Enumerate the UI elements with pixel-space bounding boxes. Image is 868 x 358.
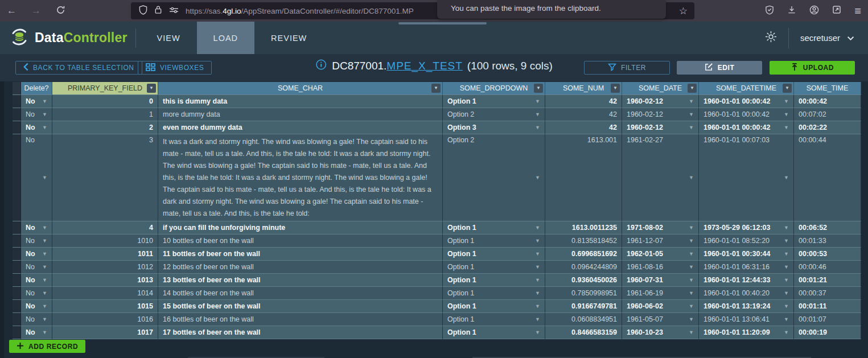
num-cell[interactable]: 1613.001 <box>545 134 622 221</box>
datetime-select[interactable]: 1960-01-01 06:31:16▼ <box>699 261 794 274</box>
delete-select[interactable]: No▼ <box>21 300 52 313</box>
delete-select[interactable]: No▼ <box>21 326 52 339</box>
delete-select[interactable]: No▼ <box>21 248 52 261</box>
info-icon[interactable] <box>315 59 326 72</box>
column-filter-icon[interactable]: ▼ <box>783 84 792 93</box>
dropdown-select[interactable]: Option 2▼ <box>443 108 545 121</box>
menu-hamburger-icon[interactable]: ≡ <box>854 5 861 18</box>
permissions-icon[interactable] <box>169 6 179 16</box>
protections-shield-icon[interactable] <box>765 5 774 17</box>
datetime-select[interactable]: 1960-01-01 00:00:42▼ <box>699 95 794 108</box>
delete-select[interactable]: No▼ <box>21 274 52 287</box>
tab-review[interactable]: REVIEW <box>254 22 323 54</box>
column-filter-icon[interactable]: ▼ <box>611 84 620 93</box>
datetime-select[interactable]: 1960-01-01 12:44:33▼ <box>699 274 794 287</box>
time-cell[interactable]: 00:00:37 <box>794 287 861 300</box>
num-cell[interactable]: 0.8135818452 <box>545 234 622 248</box>
dropdown-select[interactable]: Option 1▼ <box>443 287 545 300</box>
num-cell[interactable]: 0.0964244809 <box>545 261 622 274</box>
lock-icon[interactable] <box>154 5 162 17</box>
date-select[interactable]: 1960-07-31▼ <box>622 274 699 287</box>
column-header-some-num[interactable]: SOME_NUM▼ <box>545 82 622 95</box>
num-cell[interactable]: 0.6996851692 <box>545 248 622 261</box>
num-cell[interactable]: 0.9360450026 <box>545 274 622 287</box>
column-header-some-time[interactable]: SOME_TIME <box>794 82 861 95</box>
date-select[interactable]: 1961-05-07▼ <box>622 313 699 326</box>
date-select[interactable]: 1962-01-05▼ <box>622 248 699 261</box>
char-cell[interactable]: even more dummy data <box>158 121 443 134</box>
char-cell[interactable]: 12 bottles of beer on the wall <box>158 261 443 274</box>
upload-button[interactable]: UPLOAD <box>770 61 855 75</box>
datetime-select[interactable]: 1960-01-01 08:52:20▼ <box>699 234 794 248</box>
date-select[interactable]: 1961-02-27▼ <box>622 134 699 221</box>
row-handle[interactable] <box>13 326 21 339</box>
time-cell[interactable]: 00:02:22 <box>794 121 861 134</box>
dropdown-select[interactable]: Option 1▼ <box>443 300 545 313</box>
account-icon[interactable] <box>809 5 819 17</box>
delete-select[interactable]: No▼ <box>21 313 52 326</box>
datetime-select[interactable]: 1960-01-01 00:30:44▼ <box>699 248 794 261</box>
datetime-select[interactable]: 1960-01-01 13:06:41▼ <box>699 313 794 326</box>
row-handle[interactable] <box>13 261 21 274</box>
tab-load[interactable]: LOAD <box>197 22 255 54</box>
dropdown-select[interactable]: Option 1▼ <box>443 261 545 274</box>
datetime-select[interactable]: 1973-05-29 06:12:03▼ <box>699 221 794 234</box>
row-handle[interactable] <box>13 221 21 234</box>
dropdown-select[interactable]: Option 1▼ <box>443 248 545 261</box>
time-cell[interactable]: 00:01:21 <box>794 274 861 287</box>
browser-forward-icon[interactable]: → <box>31 5 41 17</box>
dropdown-select[interactable]: Option 1▼ <box>443 234 545 248</box>
dropdown-select[interactable]: Option 1▼ <box>443 313 545 326</box>
column-header-some-dropdown[interactable]: SOME_DROPDOWN▼ <box>443 82 545 95</box>
num-cell[interactable]: 0.7850998951 <box>545 287 622 300</box>
column-filter-icon[interactable]: ▼ <box>147 84 156 93</box>
column-filter-icon[interactable]: ▼ <box>688 84 697 93</box>
date-select[interactable]: 1960-02-12▼ <box>622 108 699 121</box>
num-cell[interactable]: 0.9166749781 <box>545 300 622 313</box>
date-select[interactable]: 1961-08-16▼ <box>622 261 699 274</box>
pk-cell[interactable]: 1011 <box>52 248 158 261</box>
time-cell[interactable]: 00:06:52 <box>794 221 861 234</box>
row-header-gutter[interactable] <box>13 82 21 95</box>
row-handle[interactable] <box>13 234 21 248</box>
char-cell[interactable]: more dummy data <box>158 108 443 121</box>
char-cell[interactable]: 14 bottles of beer on the wall <box>158 287 443 300</box>
pk-cell[interactable]: 1017 <box>52 326 158 339</box>
datetime-select[interactable]: 1960-01-01 11:20:09▼ <box>699 326 794 339</box>
num-cell[interactable]: 42 <box>545 95 622 108</box>
date-select[interactable]: 1960-10-23▼ <box>622 326 699 339</box>
time-cell[interactable]: 00:00:44 <box>794 134 861 221</box>
delete-select[interactable]: No▼ <box>21 95 52 108</box>
dropdown-select[interactable]: Option 2▼ <box>443 134 545 221</box>
date-select[interactable]: 1960-02-12▼ <box>622 95 699 108</box>
table-name-link[interactable]: MPE_X_TEST <box>386 60 463 72</box>
date-select[interactable]: 1961-12-07▼ <box>622 234 699 248</box>
downloads-icon[interactable] <box>787 5 796 17</box>
datetime-select[interactable]: 1960-01-01 00:00:42▼ <box>699 108 794 121</box>
share-icon[interactable] <box>832 5 841 17</box>
delete-select[interactable]: No▼ <box>21 261 52 274</box>
add-record-button[interactable]: ADD RECORD <box>9 340 85 353</box>
time-cell[interactable]: 00:00:53 <box>794 248 861 261</box>
dropdown-select[interactable]: Option 1▼ <box>443 221 545 234</box>
dropdown-select[interactable]: Option 3▼ <box>443 121 545 134</box>
back-to-table-selection-button[interactable]: BACK TO TABLE SELECTION <box>15 61 142 75</box>
delete-select[interactable]: No▼ <box>21 121 52 134</box>
datetime-select[interactable]: 1960-01-01 00:40:20▼ <box>699 287 794 300</box>
num-cell[interactable]: 42 <box>545 108 622 121</box>
dropdown-select[interactable]: Option 1▼ <box>443 95 545 108</box>
pk-cell[interactable]: 1016 <box>52 313 158 326</box>
pk-cell[interactable]: 1 <box>52 108 158 121</box>
row-handle[interactable] <box>13 274 21 287</box>
num-cell[interactable]: 42 <box>545 121 622 134</box>
date-select[interactable]: 1971-08-02▼ <box>622 221 699 234</box>
pk-cell[interactable]: 1015 <box>52 300 158 313</box>
date-select[interactable]: 1960-06-02▼ <box>622 300 699 313</box>
row-handle[interactable] <box>13 300 21 313</box>
datetime-select[interactable]: 1960-01-01 00:00:42▼ <box>699 121 794 134</box>
dropdown-select[interactable]: Option 1▼ <box>443 326 545 339</box>
delete-select[interactable]: No▼ <box>21 287 52 300</box>
char-cell[interactable]: if you can fill the unforgiving minute <box>158 221 443 234</box>
dropdown-select[interactable]: Option 1▼ <box>443 274 545 287</box>
char-cell[interactable]: 17 bottles of beer on the wall <box>158 326 443 339</box>
